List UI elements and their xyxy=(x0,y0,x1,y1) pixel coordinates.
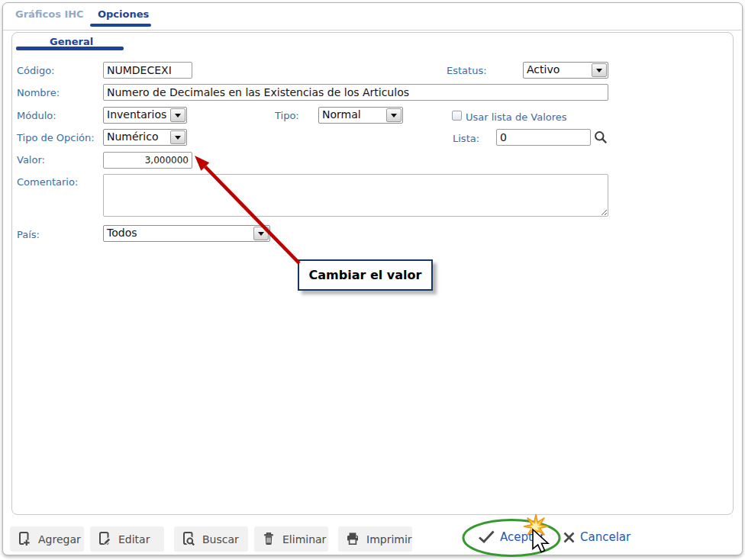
tipo-opcion-dropdown[interactable]: Numérico xyxy=(103,129,187,146)
estatus-dropdown-button[interactable] xyxy=(592,63,607,77)
valor-input[interactable] xyxy=(103,152,192,169)
tipo-opcion-label: Tipo de Opción: xyxy=(17,132,95,143)
chevron-down-icon xyxy=(175,114,181,117)
search-document-icon xyxy=(181,531,196,547)
codigo-label: Código: xyxy=(17,65,54,76)
modulo-dropdown-button[interactable] xyxy=(170,108,185,122)
check-icon xyxy=(478,529,495,544)
buscar-button[interactable]: Buscar xyxy=(174,526,248,552)
modulo-value: Inventarios xyxy=(104,108,169,123)
cancelar-button[interactable]: Cancelar xyxy=(563,530,631,544)
buscar-label: Buscar xyxy=(202,533,239,546)
tab-opciones-underline xyxy=(90,24,151,27)
usar-lista-checkbox[interactable] xyxy=(452,111,462,121)
cancelar-label: Cancelar xyxy=(580,530,631,544)
comentario-textarea[interactable] xyxy=(103,174,608,217)
modulo-label: Módulo: xyxy=(17,110,56,121)
imprimir-label: Imprimir xyxy=(366,533,412,546)
chevron-down-icon xyxy=(391,114,397,117)
chevron-down-icon xyxy=(175,136,181,140)
tipo-label: Tipo: xyxy=(275,110,299,121)
tab-opciones[interactable]: Opciones xyxy=(98,8,149,20)
editar-label: Editar xyxy=(118,533,150,546)
estatus-value: Activo xyxy=(524,63,591,78)
valor-label: Valor: xyxy=(17,154,45,166)
nombre-input[interactable] xyxy=(103,84,608,101)
tab-general-underline xyxy=(16,47,124,50)
tab-general[interactable]: General xyxy=(50,36,93,47)
modulo-dropdown[interactable]: Inventarios xyxy=(103,107,187,124)
tipo-dropdown[interactable]: Normal xyxy=(318,107,403,124)
chevron-down-icon xyxy=(258,232,264,236)
trash-icon xyxy=(261,531,276,547)
estatus-label: Estatus: xyxy=(447,65,487,76)
chevron-down-icon xyxy=(596,69,602,72)
edit-document-icon xyxy=(97,531,112,547)
tipo-opcion-dropdown-button[interactable] xyxy=(170,130,185,144)
editar-button[interactable]: Editar xyxy=(90,526,164,552)
agregar-button[interactable]: Agregar xyxy=(10,526,84,552)
tipo-opcion-value: Numérico xyxy=(104,130,169,145)
pais-dropdown-button[interactable] xyxy=(253,227,269,240)
imprimir-button[interactable]: Imprimir xyxy=(338,526,412,552)
search-icon[interactable] xyxy=(593,130,608,148)
tipo-value: Normal xyxy=(319,108,385,123)
codigo-input[interactable] xyxy=(103,62,192,79)
add-document-icon xyxy=(17,531,32,547)
pais-label: País: xyxy=(17,229,40,240)
aceptar-label: Aceptar xyxy=(500,530,544,544)
eliminar-label: Eliminar xyxy=(282,533,326,546)
comentario-label: Comentario: xyxy=(17,176,78,188)
tab-graficos-ihc[interactable]: Gráficos IHC xyxy=(15,8,84,20)
lista-input[interactable] xyxy=(496,129,591,146)
nombre-label: Nombre: xyxy=(17,87,60,98)
close-icon xyxy=(563,531,576,544)
pais-dropdown[interactable]: Todos xyxy=(103,225,270,242)
annotation-callout: Cambiar el valor xyxy=(298,259,433,291)
lista-label: Lista: xyxy=(453,133,479,144)
eliminar-button[interactable]: Eliminar xyxy=(254,526,328,552)
aceptar-button[interactable]: Aceptar xyxy=(478,529,544,544)
printer-icon xyxy=(345,531,360,547)
options-window: Gráficos IHC Opciones General Código: Es… xyxy=(0,0,745,560)
tipo-dropdown-button[interactable] xyxy=(386,108,402,122)
pais-value: Todos xyxy=(104,226,253,241)
usar-lista-label: Usar lista de Valores xyxy=(466,111,567,123)
tabbar-separator xyxy=(3,30,741,31)
agregar-label: Agregar xyxy=(38,533,81,546)
annotation-callout-text: Cambiar el valor xyxy=(309,268,422,282)
estatus-dropdown[interactable]: Activo xyxy=(523,62,608,79)
